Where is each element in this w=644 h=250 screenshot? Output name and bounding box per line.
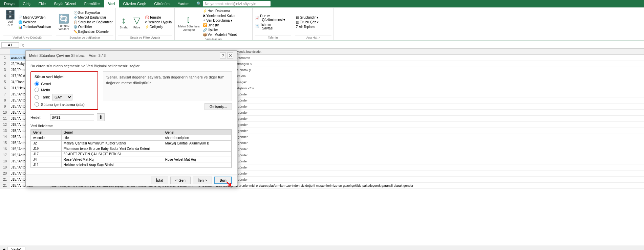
formula-divider: fx xyxy=(20,42,24,48)
preview-col-header-2[interactable]: Genel xyxy=(61,130,163,135)
btn-sorgular-baglantılar[interactable]: 📋 Sorgular ve Bağlantılar xyxy=(73,20,113,24)
btn-webden[interactable]: 🌐 Web'den xyxy=(18,20,52,24)
tab-gozden-gecir[interactable]: Gözden Geçir xyxy=(119,0,150,7)
relation-icon: 🔗 xyxy=(203,28,207,32)
advanced-icon: ⚡ xyxy=(145,25,149,29)
tab-gorunum[interactable]: Görünüm xyxy=(150,0,174,7)
column-type-section: Sütun veri biçimi Genel Metin Tarih: xyxy=(30,71,98,110)
tab-giris[interactable]: Giriş xyxy=(19,0,35,7)
row-header: 4 xyxy=(0,73,10,79)
btn-hizli-doldurma[interactable]: ⚡ Hızlı Doldurma xyxy=(202,9,237,13)
btn-grubu-coz[interactable]: ▥ Grubu Çöz ▾ xyxy=(295,20,319,24)
btn-alt-toplam[interactable]: Σ Alt Toplam xyxy=(295,25,319,29)
radio-genel[interactable]: Genel xyxy=(35,82,94,86)
btn-yeniden-uygula[interactable]: ↺ Yeniden Uygula xyxy=(144,20,173,24)
query-icon: 📋 xyxy=(73,20,78,24)
row-header: 5 xyxy=(0,79,10,85)
back-button[interactable]: < Geri xyxy=(170,177,191,184)
btn-durum-cozumlemesi[interactable]: 📈 Durum Çözümlemesi ▾ xyxy=(255,14,286,22)
radio-group: Genel Metin Tarih: GAY GYA AGY xyxy=(35,82,94,107)
radio-atlama[interactable]: Sütunu içeri aktarma (atla) xyxy=(35,102,94,107)
tab-sayfa-duzeni[interactable]: Sayfa Düzeni xyxy=(50,0,80,7)
btn-tahmin-sayfasi[interactable]: 📉 Tahmin Sayfası xyxy=(255,22,286,30)
btn-yinelenenleri-kaldir[interactable]: ✖ Yinelenenleri Kaldır xyxy=(202,14,237,18)
btn-metin-csv[interactable]: 📄 Metin/CSV'den xyxy=(18,15,52,20)
group-label-get-data: Verileri Al ve Dönüştür xyxy=(3,35,52,39)
consolidate-icon: 🔀 xyxy=(203,23,207,27)
next-button[interactable]: İleri > xyxy=(193,177,212,184)
ungroup-icon: ▥ xyxy=(296,20,299,24)
tarih-select[interactable]: GAY GYA AGY xyxy=(52,94,72,100)
tab-formuller[interactable]: Formüller xyxy=(80,0,104,7)
genel-description: 'Genel', sayısal değerleri sayılara, tar… xyxy=(103,71,232,101)
dialog-body: Bu ekran sütunların seçmenizi ve Veri Bi… xyxy=(26,61,237,174)
btn-veri-al[interactable]: 🗄️ VeriAl ▾ xyxy=(3,9,17,35)
validate-icon: ✓ xyxy=(203,19,206,22)
hedef-input[interactable] xyxy=(50,114,94,120)
tab-ekle[interactable]: Ekle xyxy=(35,0,50,7)
btn-mevcut-baglantılar[interactable]: 🔗 Mevcut Bağlantılar xyxy=(73,15,113,20)
tab-yardim[interactable]: Yardım xyxy=(174,0,194,7)
tab-dosya[interactable]: Dosya xyxy=(0,0,19,7)
hedef-row: Hedef: ⬆ xyxy=(30,113,232,121)
hedef-arrow-btn[interactable]: ⬆ xyxy=(97,113,105,121)
link-icon: 🔗 xyxy=(73,16,78,19)
btn-gruplandır[interactable]: ▤ Gruplandır ▾ xyxy=(295,15,319,20)
preview-col-header-3[interactable]: Genel xyxy=(163,130,231,135)
row-header: 21 xyxy=(0,177,10,182)
btn-tablodan[interactable]: 📊 Tablodan/Aralıktan xyxy=(18,25,52,29)
btn-birlestir[interactable]: 🔀 Birleştir xyxy=(202,23,237,27)
radio-metin[interactable]: Metin xyxy=(35,88,94,92)
btn-tumunu-yenile[interactable]: 🔄 TümünüYenile ▾ xyxy=(56,13,71,31)
close-icon[interactable]: ✕ xyxy=(227,52,233,59)
cell-ref-input[interactable] xyxy=(1,42,19,48)
corner-cell xyxy=(0,49,10,54)
btn-veri-modeli[interactable]: 📦 Veri Modelini Yönet xyxy=(202,32,237,37)
filter-icon: ▽ xyxy=(133,15,140,26)
cancel-button[interactable]: İptal xyxy=(151,177,168,184)
reapply-icon: ↺ xyxy=(145,20,148,24)
btn-ozellikler[interactable]: ⚙️ Özellikler xyxy=(73,25,113,29)
row-header: 3 xyxy=(0,67,10,73)
search-input[interactable] xyxy=(203,1,271,6)
row-header: 14 xyxy=(0,134,10,140)
btn-temizle[interactable]: 🚫 Temizle xyxy=(144,15,173,20)
preview-cell: shortdescription xyxy=(163,135,231,141)
row-header: 10 xyxy=(0,110,10,115)
gelismis-button[interactable]: Gelişmiş... xyxy=(205,103,232,110)
btn-filtre[interactable]: ▽ Filtre xyxy=(131,15,143,30)
row-header: 7 xyxy=(0,91,10,97)
btn-iliskiler[interactable]: 🔗 İlişkiler xyxy=(202,28,237,32)
btn-gelismis[interactable]: ⚡ Gelişmiş xyxy=(144,25,173,29)
btn-son-kaynaklar[interactable]: 🕐 Son Kaynaklar xyxy=(73,10,113,15)
subtotal-icon: Σ xyxy=(296,25,298,29)
btn-veri-dogrulama[interactable]: ✓ Veri Doğrulama ▾ xyxy=(202,18,237,23)
dialog-title: Metni Sütunlara Çevirme Sihirbazı - Adım… xyxy=(29,53,106,58)
row-header: 13 xyxy=(0,128,10,134)
btn-metni-sutunlara[interactable]: ⫿ Metni SütunlaraDönüştür xyxy=(177,14,201,32)
forecast-icon: 📉 xyxy=(255,24,259,28)
sheet-tab-1[interactable]: Sayfa1 xyxy=(7,247,25,250)
row-header: 15 xyxy=(0,140,10,146)
row-header: 11 xyxy=(0,116,10,121)
row-header: 17 xyxy=(0,152,10,158)
ribbon-group-data-tools: ⫿ Metni SütunlaraDönüştür ⚡ Hızlı Doldur… xyxy=(175,8,253,40)
new-sheet-icon[interactable]: + xyxy=(1,247,7,250)
tab-veri[interactable]: Veri xyxy=(104,0,119,7)
preview-col-header-1[interactable]: Genel xyxy=(31,130,62,135)
radio-tarih[interactable]: Tarih: GAY GYA AGY xyxy=(35,94,94,100)
table-icon: 📊 xyxy=(18,25,22,29)
dialog[interactable]: Metni Sütunlara Çevirme Sihirbazı - Adım… xyxy=(25,50,237,186)
btn-baglantıları-duzenle[interactable]: ✏️ Bağlantıları Düzenle xyxy=(73,29,113,34)
help-icon[interactable]: ? xyxy=(220,52,226,59)
search-icon: 🔍 xyxy=(196,1,201,6)
btn-sirala[interactable]: ↕ Sırala xyxy=(118,15,130,30)
row-header: 1 xyxy=(0,55,10,61)
group-label-data-tools: Veri Araçları xyxy=(177,37,250,41)
formula-input[interactable] xyxy=(25,43,643,47)
hedef-label: Hedef: xyxy=(30,115,47,119)
group-label-queries: Sorgular ve bağlantılar xyxy=(56,35,113,39)
ribbon-group-get-data: 🗄️ VeriAl ▾ 📄 Metin/CSV'den 🌐 Web'den 📊 … xyxy=(1,8,54,40)
file-icon: 📄 xyxy=(18,16,22,19)
ribbon-group-sort: ↕ Sırala ▽ Filtre 🚫 Temizle ↺ Yeniden Uy… xyxy=(116,8,175,40)
